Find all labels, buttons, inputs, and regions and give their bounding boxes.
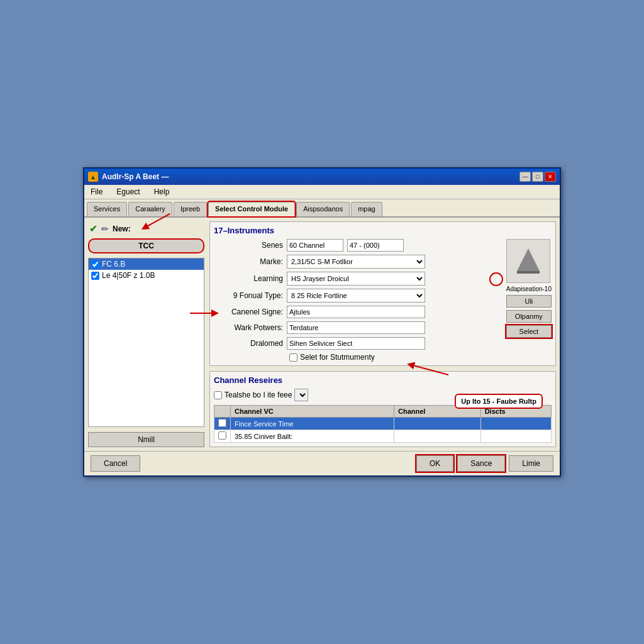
col-checkbox-header [214,406,231,418]
wark-label: Wark Potwers: [214,323,283,332]
channel-arrow-annotation [404,360,455,379]
marke-select[interactable]: 2,31/5C S-M Fotllior [287,255,425,269]
list-item-le450f-checkbox[interactable] [91,272,99,280]
channel-table: Channel VC Channel Discts Fince Service … [214,405,552,443]
tab-aispsodanos[interactable]: Aispsodanos [296,202,350,216]
svg-line-1 [145,214,170,228]
edit-icon: ✏ [101,224,109,234]
canenel-label: Canenel Signe: [214,308,283,316]
tcc-container: TCC [88,238,204,255]
menu-file[interactable]: File [87,186,106,197]
row2-channel [394,430,480,443]
uli-button[interactable]: Uli [506,295,552,308]
table-row[interactable]: 35.85 Ciniver Bailt: [214,430,552,443]
menu-help[interactable]: Help [150,186,174,197]
tab-mpag[interactable]: mpag [351,202,382,216]
fonual-select[interactable]: 8 25 Ricle Fortline [287,289,425,303]
marke-label: Marke: [214,257,283,266]
adapiseation-icon-box [506,239,550,283]
senes-row: Senes [214,239,499,252]
menu-eguect[interactable]: Eguect [113,186,143,197]
row1-channel [394,418,480,430]
new-label: New: [113,225,131,233]
senes-label: Senes [214,241,283,250]
senes-input2[interactable] [347,239,404,252]
tcc-button[interactable]: TCC [88,238,204,253]
minimize-button[interactable]: — [519,172,531,182]
new-row: ✔ ✏ New: [88,221,204,236]
title-buttons: — □ ✕ [519,172,556,182]
tab-ipreeb[interactable]: Ipreeb [174,202,207,216]
selet-label: Selet for Stutmumenty [300,353,375,362]
row1-vc: Fince Service Time [231,418,394,430]
row2-vc: 35.85 Ciniver Bailt: [231,430,394,443]
bottom-bar: Cancel OK Sance Limie [84,451,560,475]
svg-point-2 [490,273,502,286]
window-title: Audlr-Sp A Beet — [102,172,169,181]
senes-input1[interactable] [287,239,343,252]
fonual-row: 9 Fonual Type: 8 25 Ricle Fortline [214,289,499,303]
arrow-tcc-annotation [138,213,176,231]
row2-discts [480,430,551,443]
dralomed-row: Dralomed [214,337,499,350]
learning-row: Learning HS Jrayser Droicul [214,272,499,286]
channel-filter-select[interactable] [294,389,308,401]
right-panel: 17–Instruments Senes Marke: [209,221,556,447]
nmill-button[interactable]: Nmill [88,432,204,447]
svg-line-6 [411,365,448,375]
channel-title: Channel Reseires [214,375,552,385]
instruments-title: 17–Instruments [214,226,552,235]
sance-button[interactable]: Sance [457,455,505,472]
canenel-row: Canenel Signe: [214,306,499,318]
dralomed-input[interactable] [287,337,425,350]
row1-discts [480,418,551,430]
wark-input[interactable] [287,321,425,334]
list-item-le450f[interactable]: Le 4|50F z 1.0B [89,270,204,281]
row1-checkbox[interactable] [218,419,226,427]
marke-row: Marke: 2,31/5C S-M Fotllior [214,255,499,269]
ok-button[interactable]: OK [416,455,453,472]
learning-circle-annotation [489,272,504,287]
select-button[interactable]: Select [506,325,552,338]
list-item-fc6b-checkbox[interactable] [91,260,99,269]
left-panel: ✔ ✏ New: TCC FC 6.B Le 4|50F [88,221,204,447]
tab-services[interactable]: Services [87,202,127,216]
check-icon: ✔ [89,223,97,235]
canenel-arrow-annotation [189,306,220,321]
tab-select-control-module[interactable]: Select Control Module [208,202,295,216]
right-buttons-panel: Adapiseation-10 Uli Olpanmy Select [506,239,552,338]
col-vc-header: Channel VC [231,406,394,418]
dralomed-label: Dralomed [214,339,283,348]
channel-filter-label: Tealshe bo I ite feee [225,391,292,399]
instruments-fields: Senes Marke: 2,31/5C S-M Fotllior [214,239,499,362]
channel-filter-checkbox[interactable] [214,391,222,399]
table-row[interactable]: Fince Service Time [214,418,552,430]
wark-row: Wark Potwers: [214,321,499,334]
adapiseation-label: Adapiseation-10 [506,286,552,292]
maximize-button[interactable]: □ [532,172,543,182]
content-area: ✔ ✏ New: TCC FC 6.B Le 4|50F [84,218,560,451]
main-window: ▲ Audlr-Sp A Beet — — □ ✕ File Eguect He… [83,167,561,477]
olpanmy-button[interactable]: Olpanmy [506,310,552,323]
title-bar-left: ▲ Audlr-Sp A Beet — [88,172,169,182]
instruments-form-area: Senes Marke: 2,31/5C S-M Fotllior [214,239,552,362]
instruments-group: 17–Instruments Senes Marke: [209,221,556,366]
row2-checkbox[interactable] [218,431,226,440]
limie-button[interactable]: Limie [509,455,553,472]
close-button[interactable]: ✕ [545,172,556,182]
annotation-bubble: Up Ito 15 - Faube Rultp [455,394,543,409]
cancel-button[interactable]: Cancel [91,455,140,472]
canenel-input[interactable] [287,306,425,318]
learning-select[interactable]: HS Jrayser Droicul [287,272,425,286]
fonual-label: 9 Fonual Type: [214,291,283,300]
menu-bar: File Eguect Help [84,185,560,199]
channel-group: Channel Reseires Tealshe bo I ite feee C… [209,371,556,447]
bottom-left-buttons: Cancel [91,455,140,472]
list-item-fc6b[interactable]: FC 6.B [89,258,204,270]
checkbox-row: Selet for Stutmumenty [289,353,499,362]
app-icon: ▲ [88,172,98,182]
instrument-list: FC 6.B Le 4|50F z 1.0B [88,258,204,427]
title-bar: ▲ Audlr-Sp A Beet — — □ ✕ [84,169,560,185]
learning-label: Learning [214,274,283,283]
selet-checkbox[interactable] [289,353,297,362]
